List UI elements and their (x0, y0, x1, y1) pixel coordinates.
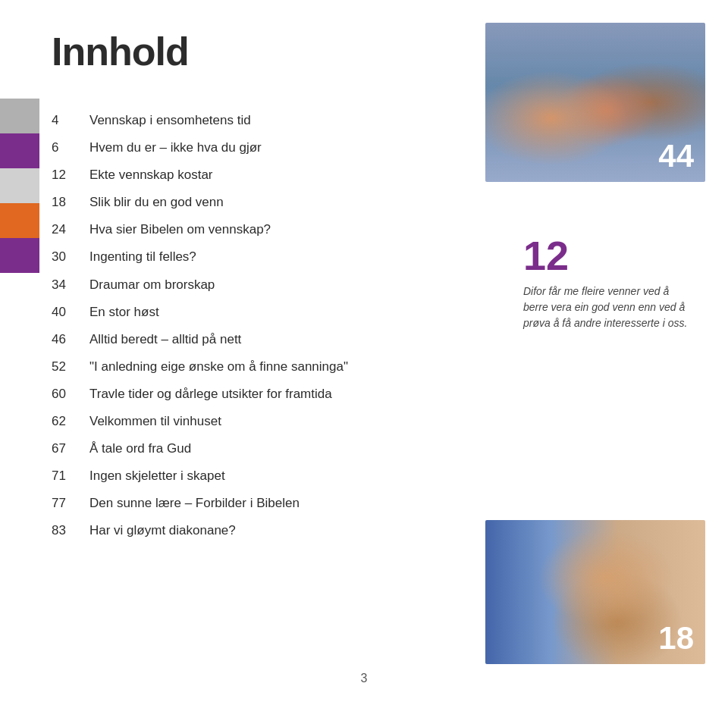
page-number: 3 (361, 672, 368, 685)
toc-entry: 52"I anledning eige ønske om å finne san… (52, 359, 431, 375)
toc-number: 12 (52, 168, 89, 183)
toc-number: 60 (52, 387, 89, 402)
toc-entry: 83Har vi gløymt diakonane? (52, 522, 431, 539)
toc-number: 62 (52, 414, 89, 429)
photo-bottom: 18 (485, 520, 705, 664)
toc-number: 77 (52, 496, 89, 511)
toc-number: 18 (52, 195, 89, 210)
toc-entry: 18Slik blir du en god venn (52, 194, 431, 211)
toc-text: Vennskap i ensomhetens tid (89, 112, 251, 129)
toc-entry: 60Travle tider og dårlege utsikter for f… (52, 386, 431, 403)
side-description: Difor får me fleire venner ved å berre v… (523, 284, 690, 331)
toc-number: 24 (52, 222, 89, 237)
photo-top-number: 44 (658, 138, 694, 174)
toc-number: 30 (52, 249, 89, 265)
toc-entry: 6Hvem du er – ikke hva du gjør (52, 139, 431, 156)
toc-number: 46 (52, 332, 89, 347)
toc-entry: 77Den sunne lære – Forbilder i Bibelen (52, 495, 431, 512)
toc-text: Hvem du er – ikke hva du gjør (89, 139, 262, 156)
toc-entry: 30Ingenting til felles? (52, 249, 431, 265)
table-of-contents: 4Vennskap i ensomhetens tid6Hvem du er –… (52, 112, 431, 550)
toc-text: Å tale ord fra Gud (89, 440, 191, 457)
toc-text: "I anledning eige ønske om å finne sanni… (89, 359, 348, 375)
toc-text: Travle tider og dårlege utsikter for fra… (89, 386, 332, 403)
toc-text: En stor høst (89, 304, 159, 321)
toc-number: 67 (52, 441, 89, 456)
page: Innhold 4Vennskap i ensomhetens tid6Hvem… (0, 0, 728, 702)
toc-entry: 46Alltid beredt – alltid på nett (52, 331, 431, 348)
toc-entry: 24Hva sier Bibelen om vennskap? (52, 221, 431, 238)
color-bars (0, 99, 39, 273)
toc-text: Ingen skjeletter i skapet (89, 468, 225, 484)
toc-number: 40 (52, 305, 89, 320)
toc-text: Hva sier Bibelen om vennskap? (89, 221, 271, 238)
color-bar-5 (0, 238, 39, 273)
toc-text: Har vi gløymt diakonane? (89, 522, 236, 539)
toc-number: 6 (52, 140, 89, 155)
toc-number: 83 (52, 523, 89, 538)
toc-entry: 34Draumar om brorskap (52, 277, 431, 293)
toc-entry: 40En stor høst (52, 304, 431, 321)
toc-number: 4 (52, 113, 89, 128)
toc-text: Alltid beredt – alltid på nett (89, 331, 241, 348)
toc-number: 71 (52, 469, 89, 484)
toc-entry: 67Å tale ord fra Gud (52, 440, 431, 457)
toc-entry: 71Ingen skjeletter i skapet (52, 468, 431, 484)
color-bar-1 (0, 99, 39, 133)
toc-text: Den sunne lære – Forbilder i Bibelen (89, 495, 300, 512)
color-bar-2 (0, 133, 39, 168)
photo-top: 44 (485, 23, 705, 182)
toc-entry: 62Velkommen til vinhuset (52, 413, 431, 430)
side-text-block: 12 Difor får me fleire venner ved å berr… (523, 235, 690, 331)
toc-text: Ingenting til felles? (89, 249, 196, 265)
toc-text: Slik blir du en god venn (89, 194, 224, 211)
toc-number: 52 (52, 359, 89, 375)
toc-text: Velkommen til vinhuset (89, 413, 221, 430)
side-number: 12 (523, 235, 690, 276)
toc-text: Ekte vennskap kostar (89, 167, 213, 183)
toc-entry: 4Vennskap i ensomhetens tid (52, 112, 431, 129)
toc-text: Draumar om brorskap (89, 277, 215, 293)
color-bar-3 (0, 168, 39, 203)
color-bar-4 (0, 203, 39, 238)
toc-number: 34 (52, 277, 89, 293)
photo-bottom-number: 18 (658, 620, 694, 657)
page-title: Innhold (52, 29, 189, 74)
toc-entry: 12Ekte vennskap kostar (52, 167, 431, 183)
